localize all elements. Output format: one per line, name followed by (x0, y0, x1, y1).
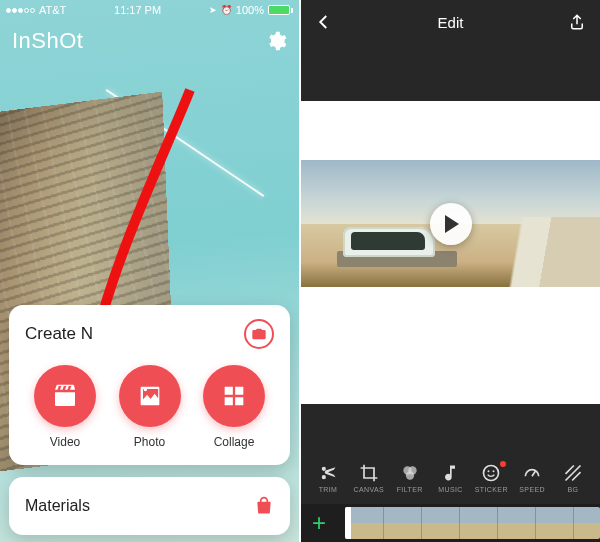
carrier-label: AT&T (39, 4, 66, 16)
alarm-icon: ⏰ (221, 5, 232, 15)
create-new-title: Create N (25, 324, 93, 344)
settings-button[interactable] (265, 30, 287, 52)
materials-title: Materials (25, 497, 90, 515)
picture-icon (136, 382, 164, 410)
tool-trim[interactable]: TRIM (309, 463, 347, 493)
smiley-icon (481, 463, 501, 483)
music-note-icon (440, 463, 460, 483)
crop-icon (359, 463, 379, 483)
ios-status-bar: AT&T 11:17 PM ➤ ⏰ 100% (0, 0, 299, 20)
svg-point-4 (488, 470, 490, 472)
gauge-icon (522, 463, 542, 483)
svg-point-2 (405, 471, 413, 479)
battery-pct-label: 100% (236, 4, 264, 16)
edit-title: Edit (438, 14, 464, 31)
create-video-label: Video (50, 435, 80, 449)
create-collage-label: Collage (214, 435, 255, 449)
create-photo-button[interactable]: Photo (110, 365, 190, 449)
share-button[interactable] (564, 9, 590, 35)
app-logo: InShOt (12, 28, 83, 54)
camera-icon (251, 326, 267, 342)
timeline-clip[interactable]: TOTAL 0:06 (345, 507, 600, 539)
scissors-icon (318, 463, 338, 483)
svg-point-3 (484, 465, 499, 480)
video-preview[interactable] (301, 160, 600, 287)
filter-circles-icon (400, 463, 420, 483)
signal-strength-icon (6, 8, 35, 13)
camera-button[interactable] (244, 319, 274, 349)
edit-header: Edit (301, 0, 600, 44)
tool-speed[interactable]: SPEED (513, 463, 551, 493)
chevron-left-icon (315, 13, 333, 31)
location-icon: ➤ (209, 5, 217, 15)
share-icon (568, 13, 586, 31)
notification-dot-icon (500, 461, 506, 467)
materials-card[interactable]: Materials (9, 477, 290, 535)
tool-filter[interactable]: FILTER (391, 463, 429, 493)
canvas-padding-bottom (301, 287, 600, 404)
battery-icon (268, 5, 293, 15)
inshot-edit-screen: Edit (301, 0, 600, 542)
play-icon (445, 215, 459, 233)
gear-icon (265, 30, 287, 52)
create-photo-label: Photo (134, 435, 165, 449)
tool-canvas[interactable]: CANVAS (350, 463, 388, 493)
timeline[interactable]: + TOTAL 0:06 (301, 504, 600, 542)
tool-sticker[interactable]: STICKER (472, 463, 510, 493)
timeline-handle[interactable] (345, 507, 351, 539)
inshot-home-screen: AT&T 11:17 PM ➤ ⏰ 100% InShOt (0, 0, 299, 542)
clock-label: 11:17 PM (114, 4, 161, 16)
create-video-button[interactable]: Video (25, 365, 105, 449)
back-button[interactable] (311, 9, 337, 35)
tool-music[interactable]: MUSIC (431, 463, 469, 493)
clapperboard-icon (50, 381, 80, 411)
add-clip-button[interactable]: + (301, 504, 337, 542)
collage-icon (220, 382, 248, 410)
tool-bg[interactable]: BG (554, 463, 592, 493)
create-collage-button[interactable]: Collage (194, 365, 274, 449)
play-button[interactable] (430, 203, 472, 245)
create-new-card: Create N Video (9, 305, 290, 465)
background-icon (563, 463, 583, 483)
svg-point-5 (493, 470, 495, 472)
canvas-padding-top (301, 101, 600, 160)
shopping-bag-icon (254, 496, 274, 516)
edit-toolbar: TRIM CANVAS FILTER (301, 451, 600, 504)
plus-icon: + (312, 509, 326, 537)
